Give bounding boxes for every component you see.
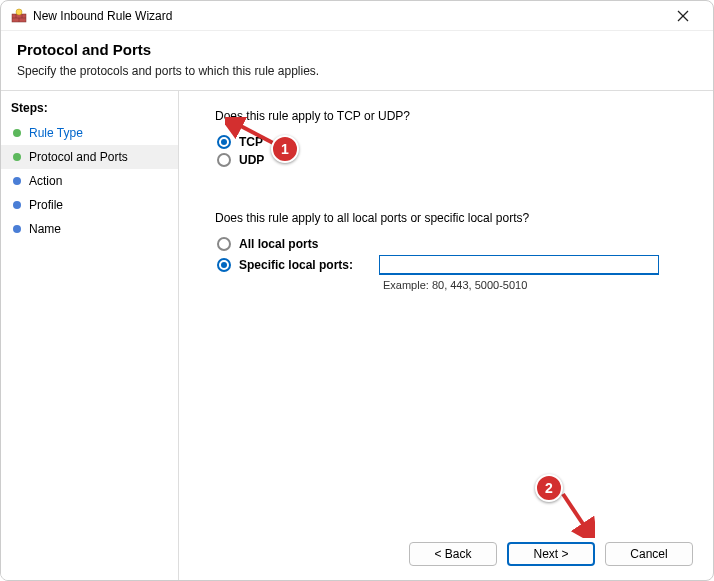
step-label: Action	[29, 174, 62, 188]
radio-icon	[217, 135, 231, 149]
close-button[interactable]	[663, 1, 703, 31]
wizard-footer: < Back Next > Cancel	[409, 542, 693, 566]
radio-icon	[217, 237, 231, 251]
radio-icon	[217, 258, 231, 272]
step-label: Name	[29, 222, 61, 236]
firewall-icon	[11, 8, 27, 24]
step-bullet-icon	[13, 177, 21, 185]
radio-label: Specific local ports:	[239, 258, 379, 272]
page-title: Protocol and Ports	[17, 41, 697, 58]
step-profile[interactable]: Profile	[1, 193, 178, 217]
step-label: Profile	[29, 198, 63, 212]
page-subtitle: Specify the protocols and ports to which…	[17, 64, 697, 78]
radio-udp[interactable]: UDP	[217, 153, 685, 167]
next-button[interactable]: Next >	[507, 542, 595, 566]
steps-header: Steps:	[1, 97, 178, 121]
radio-label: UDP	[239, 153, 264, 167]
window-title: New Inbound Rule Wizard	[33, 9, 663, 23]
svg-point-6	[16, 9, 22, 15]
annotation-arrow-icon	[553, 488, 595, 538]
specific-ports-input[interactable]	[379, 255, 659, 275]
step-protocol-and-ports[interactable]: Protocol and Ports	[1, 145, 178, 169]
step-name[interactable]: Name	[1, 217, 178, 241]
step-action[interactable]: Action	[1, 169, 178, 193]
wizard-content: Does this rule apply to TCP or UDP? TCP …	[179, 91, 713, 580]
cancel-button[interactable]: Cancel	[605, 542, 693, 566]
step-label: Rule Type	[29, 126, 83, 140]
step-bullet-icon	[13, 225, 21, 233]
step-label: Protocol and Ports	[29, 150, 128, 164]
step-rule-type[interactable]: Rule Type	[1, 121, 178, 145]
annotation-badge-2: 2	[535, 474, 563, 502]
port-example-text: Example: 80, 443, 5000-5010	[383, 279, 685, 291]
step-bullet-icon	[13, 153, 21, 161]
step-bullet-icon	[13, 201, 21, 209]
radio-label: TCP	[239, 135, 263, 149]
protocol-question: Does this rule apply to TCP or UDP?	[215, 109, 685, 123]
radio-label: All local ports	[239, 237, 379, 251]
svg-line-12	[563, 494, 587, 530]
radio-tcp[interactable]: TCP	[217, 135, 685, 149]
radio-specific-local-ports[interactable]: Specific local ports:	[217, 255, 685, 275]
back-button[interactable]: < Back	[409, 542, 497, 566]
steps-sidebar: Steps: Rule Type Protocol and Ports Acti…	[1, 91, 179, 580]
step-bullet-icon	[13, 129, 21, 137]
radio-icon	[217, 153, 231, 167]
titlebar: New Inbound Rule Wizard	[1, 1, 713, 31]
wizard-header: Protocol and Ports Specify the protocols…	[1, 31, 713, 90]
ports-question: Does this rule apply to all local ports …	[215, 211, 685, 225]
radio-all-local-ports[interactable]: All local ports	[217, 237, 685, 251]
